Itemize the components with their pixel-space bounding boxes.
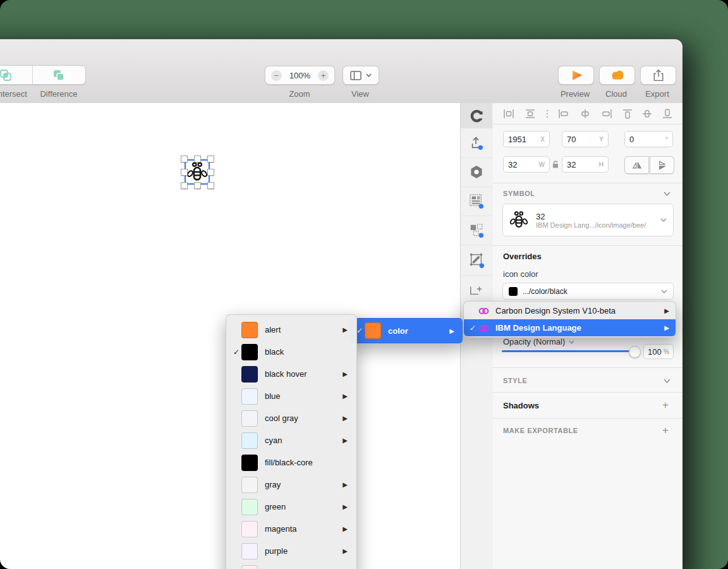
menu-item-black-hover[interactable]: black hover ▶: [226, 363, 356, 385]
menu-item-blue[interactable]: blue ▶: [226, 385, 356, 407]
hexagon-plugin-button[interactable]: [461, 157, 492, 187]
upload-plugin-button[interactable]: [461, 128, 492, 158]
align-middle-icon[interactable]: [642, 109, 652, 119]
swap-symbols-plugin-button[interactable]: [461, 216, 492, 245]
color-swatch: [241, 521, 258, 537]
resize-handle[interactable]: [207, 182, 214, 189]
overrides-title: Overrides: [503, 252, 542, 261]
intersect-button[interactable]: [0, 66, 32, 84]
library-link-icon: [478, 307, 490, 315]
zoom-out-button[interactable]: −: [271, 70, 282, 81]
opacity-slider-knob[interactable]: [629, 346, 641, 358]
y-position-field[interactable]: 70 Y: [562, 131, 609, 147]
y-suffix: Y: [599, 136, 604, 143]
opacity-value-field[interactable]: 100 %: [643, 344, 674, 359]
menu-item-cool-gray[interactable]: cool gray ▶: [226, 407, 356, 429]
library-link-icon: [478, 324, 490, 333]
current-color-value: .../color/black: [523, 287, 567, 296]
menu-item-fill-black-core[interactable]: fill/black-core: [226, 451, 356, 474]
align-center-horizontal-icon[interactable]: [579, 109, 591, 119]
menu-item-ibm-design-language[interactable]: ✓ IBM Design Language ▶: [464, 319, 676, 336]
export-label: Export: [626, 89, 689, 99]
icon-color-dropdown[interactable]: .../color/black: [502, 283, 674, 300]
style-section-header: STYLE: [503, 377, 527, 384]
menu-item-black[interactable]: ✓ black: [226, 341, 356, 363]
resize-handle[interactable]: [207, 156, 214, 162]
make-exportable-add-button[interactable]: +: [662, 424, 669, 437]
layout-plugin-button[interactable]: [461, 187, 492, 216]
edit-shape-plugin-button[interactable]: [461, 245, 492, 276]
x-position-field[interactable]: 1951 X: [503, 131, 550, 147]
carbon-plugin-tab[interactable]: [461, 103, 492, 128]
rotation-value: 0: [629, 135, 634, 144]
upload-icon: [470, 135, 483, 150]
difference-icon: [52, 68, 66, 82]
menu-item-label: color: [388, 326, 408, 336]
opacity-slider-track[interactable]: [502, 350, 638, 352]
style-collapse-chevron-icon[interactable]: [664, 379, 670, 383]
view-button[interactable]: [343, 66, 379, 85]
chevron-down-icon: [366, 73, 372, 77]
add-shadow-button[interactable]: +: [662, 399, 669, 412]
x-suffix: X: [540, 136, 545, 143]
difference-button[interactable]: [33, 66, 86, 84]
menu-item-carbon-design-system[interactable]: Carbon Design System V10-beta ▶: [464, 302, 676, 319]
zoom-in-button[interactable]: +: [318, 70, 329, 81]
add-artboard-plugin-button[interactable]: [461, 275, 492, 303]
resize-handle[interactable]: [194, 156, 201, 162]
menu-item-alert[interactable]: alert ▶: [226, 319, 356, 341]
menu-item-purple[interactable]: purple ▶: [226, 540, 356, 562]
menu-item-partial[interactable]: [226, 562, 356, 569]
current-color-swatch: [509, 287, 518, 296]
lock-ratio-icon[interactable]: [552, 160, 559, 169]
x-value: 1951: [508, 135, 526, 144]
resize-handle[interactable]: [181, 182, 188, 189]
opacity-value: 100: [648, 347, 662, 357]
shadows-title: Shadows: [503, 401, 539, 410]
rotation-field[interactable]: 0 °: [624, 131, 673, 147]
menu-item-green[interactable]: green ▶: [226, 496, 356, 518]
menu-item-magenta[interactable]: magenta ▶: [226, 518, 356, 540]
resize-handle[interactable]: [181, 169, 188, 176]
divider: [493, 392, 682, 393]
distribute-horizontally-icon[interactable]: [503, 109, 514, 119]
symbol-collapse-chevron-icon[interactable]: [664, 192, 670, 196]
layout-template-icon: [469, 193, 484, 209]
menu-item-label: black: [265, 347, 284, 357]
menu-item-color-group[interactable]: ✓ color ▶: [349, 319, 462, 343]
menu-item-label: IBM Design Language: [495, 323, 581, 333]
align-left-icon[interactable]: [558, 109, 569, 119]
submenu-arrow-icon: ▶: [343, 525, 348, 532]
flip-horizontal-button[interactable]: [624, 156, 649, 174]
width-field[interactable]: 32 W: [503, 156, 550, 173]
resize-handle[interactable]: [181, 156, 188, 162]
zoom-level-value: 100%: [282, 71, 318, 80]
flip-vertical-button[interactable]: [650, 156, 674, 174]
align-right-icon[interactable]: [601, 109, 612, 119]
preview-button[interactable]: [558, 66, 594, 85]
distribute-vertically-icon[interactable]: [525, 109, 536, 119]
menu-item-gray[interactable]: gray ▶: [226, 474, 356, 496]
height-suffix: H: [599, 161, 604, 168]
resize-handle[interactable]: [207, 169, 214, 176]
menu-item-label: fill/black-core: [265, 458, 313, 467]
export-share-icon: [652, 68, 665, 82]
align-top-icon[interactable]: [622, 109, 633, 119]
align-bottom-icon[interactable]: [662, 109, 672, 119]
cloud-button[interactable]: [599, 66, 635, 85]
symbol-section-header: SYMBOL: [503, 190, 535, 197]
height-field[interactable]: 32 H: [562, 156, 609, 173]
bee-symbol-thumbnail-icon: [509, 211, 528, 229]
menu-item-label: black hover: [265, 369, 306, 379]
submenu-arrow-icon: ▶: [664, 324, 669, 331]
symbol-name: 32: [536, 212, 646, 221]
export-button[interactable]: [640, 66, 676, 85]
color-group-menu: ✓ color ▶: [349, 318, 463, 343]
menu-item-label: Carbon Design System V10-beta: [495, 306, 616, 315]
symbol-selector[interactable]: 32 IBM Design Lang.../icon/image/bee/: [502, 204, 674, 236]
resize-handle[interactable]: [194, 182, 201, 189]
color-swatch: [241, 410, 258, 427]
selected-layer-bounds[interactable]: [185, 159, 210, 185]
screenshot-stage: Intersect Difference − 100% + Zoom View …: [0, 0, 728, 569]
menu-item-cyan[interactable]: cyan ▶: [226, 429, 356, 451]
